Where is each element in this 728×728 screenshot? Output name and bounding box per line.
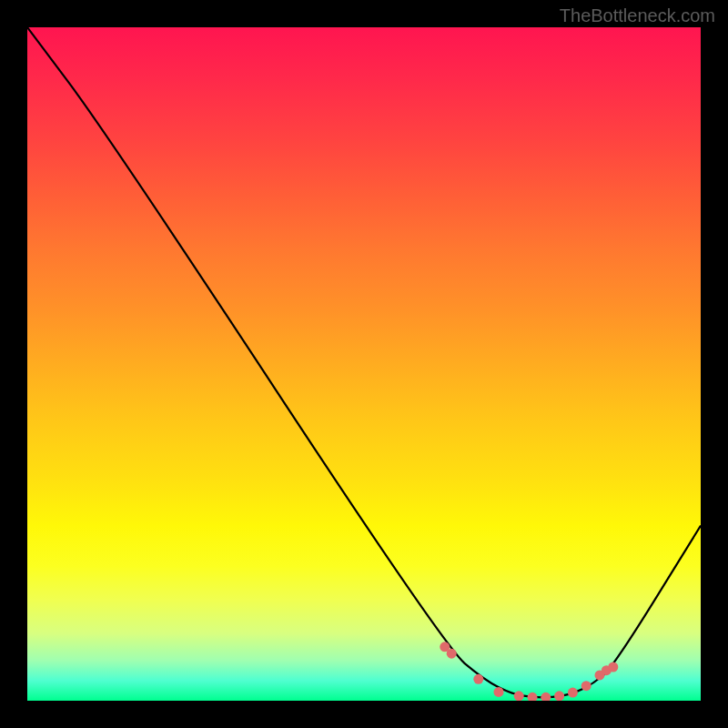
marker-dot xyxy=(554,691,564,701)
marker-dot xyxy=(514,691,524,701)
marker-dot xyxy=(473,674,483,684)
chart-svg xyxy=(27,27,701,701)
marker-group xyxy=(440,642,618,701)
marker-dot xyxy=(568,688,578,698)
watermark-text: TheBottleneck.com xyxy=(560,5,715,26)
marker-dot xyxy=(581,681,592,691)
line-series-curve xyxy=(27,27,701,697)
marker-dot xyxy=(528,693,538,701)
marker-dot xyxy=(608,662,618,672)
chart-plot-area xyxy=(27,27,701,701)
marker-dot xyxy=(447,649,457,659)
marker-dot xyxy=(541,693,551,701)
marker-dot xyxy=(494,687,504,697)
